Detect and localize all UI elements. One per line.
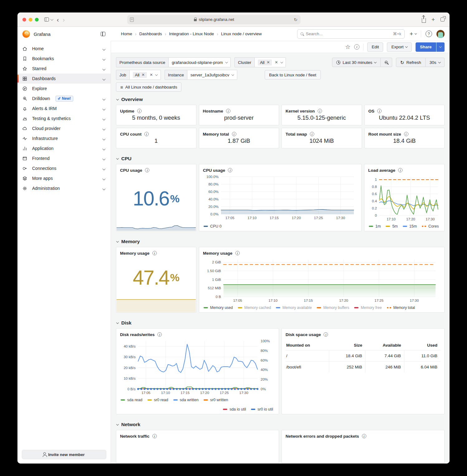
- column-header[interactable]: Available: [365, 340, 404, 350]
- breadcrumb-item[interactable]: Home: [121, 31, 132, 36]
- sidebar-item-connections[interactable]: Connections: [17, 163, 111, 173]
- panel-info-icon[interactable]: [398, 168, 402, 172]
- brand[interactable]: Grafana: [22, 30, 51, 38]
- user-avatar[interactable]: [436, 30, 445, 38]
- help-icon[interactable]: ?: [426, 31, 432, 37]
- chevron-down-icon[interactable]: [103, 76, 105, 81]
- share-icon[interactable]: [422, 17, 426, 23]
- time-range-picker[interactable]: Last 30 minutes: [332, 58, 381, 67]
- back-to-fleet-button[interactable]: Back to Linux node / fleet: [265, 70, 321, 79]
- sidebar-item-drilldown[interactable]: DrilldownNew!: [17, 94, 111, 103]
- panel-info-icon[interactable]: [144, 132, 149, 136]
- chevron-down-icon[interactable]: [103, 66, 105, 71]
- legend-item[interactable]: sda written: [173, 398, 199, 402]
- minimize-window-button[interactable]: [29, 18, 32, 22]
- chevron-down-icon[interactable]: [103, 96, 105, 101]
- job-picker[interactable]: Job All✕ ✕: [116, 70, 161, 80]
- tab-overview-icon[interactable]: [441, 17, 445, 22]
- section-cpu[interactable]: CPU: [117, 156, 445, 161]
- panel-info-icon[interactable]: [318, 109, 322, 113]
- sidebar-caret-icon[interactable]: [51, 19, 53, 20]
- legend-item[interactable]: sda read: [121, 398, 142, 402]
- section-memory[interactable]: Memory: [117, 239, 445, 244]
- chevron-down-icon[interactable]: [103, 136, 105, 141]
- legend-item[interactable]: Memory available: [276, 305, 312, 310]
- breadcrumb-item[interactable]: Dashboards: [139, 31, 162, 36]
- breadcrumb-item[interactable]: Integration - Linux Node: [169, 31, 214, 36]
- legend-item[interactable]: 1m: [369, 224, 381, 228]
- reload-icon[interactable]: ↻: [294, 17, 298, 22]
- legend-item[interactable]: Memory free: [354, 305, 382, 310]
- panel-info-icon[interactable]: [228, 168, 232, 172]
- sidebar-item-dashboards[interactable]: Dashboards: [17, 74, 111, 84]
- search-input[interactable]: Search... ⌘+k: [297, 29, 405, 39]
- sidebar-item-more-apps[interactable]: More apps: [17, 173, 111, 183]
- legend-item[interactable]: sr0 io util: [251, 407, 273, 411]
- sidebar-item-bookmarks[interactable]: Bookmarks: [17, 54, 111, 64]
- panel-info-icon[interactable]: [235, 251, 240, 255]
- panel-info-icon[interactable]: [137, 109, 142, 113]
- legend-item[interactable]: Memory cached: [238, 305, 271, 310]
- column-header[interactable]: Size: [329, 340, 365, 350]
- sidebar-item-administration[interactable]: Administration: [17, 183, 111, 193]
- section-network[interactable]: Network: [117, 422, 445, 427]
- close-window-button[interactable]: [22, 18, 26, 22]
- legend-item[interactable]: Cores: [422, 224, 439, 228]
- back-button[interactable]: ‹: [57, 16, 59, 23]
- column-header[interactable]: Used: [404, 340, 441, 350]
- sidebar-item-application[interactable]: Application: [17, 143, 111, 153]
- invite-new-member-button[interactable]: Invite new member: [22, 450, 106, 459]
- chevron-down-icon[interactable]: [103, 156, 105, 161]
- instance-picker[interactable]: Instance server_1a3ufgsoibcv: [165, 70, 237, 80]
- legend-item[interactable]: Memory total: [387, 305, 415, 310]
- column-header[interactable]: Mounted on: [286, 340, 329, 350]
- panel-info-icon[interactable]: [377, 109, 382, 113]
- panel-info-icon[interactable]: [152, 434, 157, 438]
- sidebar-item-explore[interactable]: Explore: [17, 84, 111, 94]
- forward-button[interactable]: ›: [63, 16, 65, 23]
- collapse-sidebar-icon[interactable]: [101, 32, 105, 36]
- chevron-down-icon[interactable]: [103, 56, 105, 61]
- panel-info-icon[interactable]: [145, 168, 149, 172]
- browser-sidebar-icon[interactable]: [44, 17, 49, 22]
- sidebar-item-alerts-irm[interactable]: Alerts & IRM: [17, 103, 111, 113]
- legend-item[interactable]: sr0 read: [147, 398, 168, 402]
- panel-info-icon[interactable]: [362, 434, 366, 438]
- edit-button[interactable]: Edit: [367, 42, 383, 52]
- dashboard-info-icon[interactable]: [354, 44, 359, 50]
- legend-item[interactable]: sda io util: [223, 407, 246, 411]
- zoom-out-time-button[interactable]: [381, 58, 392, 67]
- refresh-interval-picker[interactable]: 30s: [426, 58, 445, 67]
- sidebar-item-infrastructure[interactable]: Infrastructure: [17, 133, 111, 143]
- section-overview[interactable]: Overview: [117, 97, 445, 102]
- legend-item[interactable]: 5m: [386, 224, 397, 228]
- sidebar-item-starred[interactable]: Starred: [17, 64, 111, 74]
- legend-item[interactable]: Memory buffers: [317, 305, 349, 310]
- share-caret-button[interactable]: [436, 42, 445, 52]
- clear-icon[interactable]: ✕: [275, 60, 278, 65]
- new-tab-icon[interactable]: +: [431, 16, 435, 23]
- legend-item[interactable]: Memory used: [204, 305, 233, 310]
- datasource-picker[interactable]: Prometheus data source grafanacloud-slip…: [116, 57, 231, 67]
- refresh-button[interactable]: ↻Refresh: [396, 58, 426, 67]
- panel-info-icon[interactable]: [324, 332, 328, 337]
- sidebar-item-frontend[interactable]: Frontend: [17, 153, 111, 163]
- panel-info-icon[interactable]: [226, 109, 230, 113]
- panel-info-icon[interactable]: [404, 132, 408, 136]
- share-button[interactable]: Share: [416, 42, 436, 52]
- panel-info-icon[interactable]: [310, 132, 314, 136]
- chevron-down-icon[interactable]: [103, 166, 105, 171]
- section-disk[interactable]: Disk: [117, 320, 445, 326]
- sidebar-item-testing-synthetics[interactable]: Testing & synthetics: [17, 113, 111, 123]
- chevron-down-icon[interactable]: [103, 106, 105, 111]
- favorite-star-icon[interactable]: ☆: [345, 43, 350, 50]
- panel-info-icon[interactable]: [232, 132, 236, 136]
- chevron-down-icon[interactable]: [103, 146, 105, 151]
- legend-item[interactable]: sr0 written: [204, 398, 228, 402]
- export-button[interactable]: Export: [387, 42, 412, 52]
- legend-item[interactable]: CPU 0: [204, 224, 222, 228]
- cluster-picker[interactable]: Cluster All✕ ✕: [234, 57, 286, 67]
- add-menu-button[interactable]: +: [410, 31, 416, 37]
- address-bar[interactable]: sliplane.grafana.net ↻: [127, 15, 301, 24]
- clear-icon[interactable]: ✕: [150, 73, 153, 77]
